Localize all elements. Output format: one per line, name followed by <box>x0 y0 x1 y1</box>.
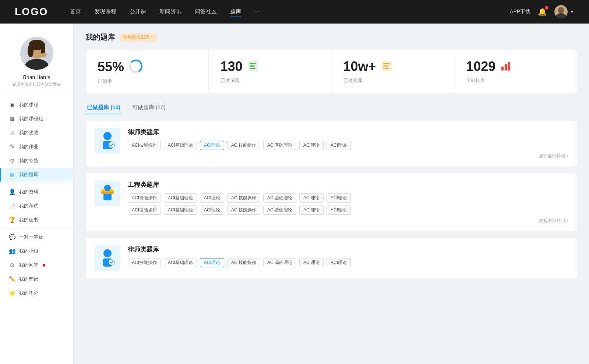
stat-ranking: 1029 全站排名 <box>454 50 577 93</box>
stat-done-questions-value: 130 <box>221 59 243 74</box>
notification-bell[interactable]: 🔔 <box>538 7 547 16</box>
qbank-lawyer-2-tags: ACI技能操作 ACI基础理论 ACI理论 ACI技能操作 ACI基础理论 AC… <box>128 258 568 267</box>
tag-item[interactable]: ACI理论 <box>200 206 224 215</box>
tag-item[interactable]: ACI技能操作 <box>227 206 260 215</box>
tag-item[interactable]: ACI基础理论 <box>164 258 197 267</box>
sidebar-item-certificate[interactable]: 🏆 我的证书 <box>0 213 73 227</box>
nav-home[interactable]: 首页 <box>70 7 81 17</box>
divider-1 <box>0 183 73 183</box>
nav-discover[interactable]: 发现课程 <box>94 7 116 17</box>
svg-point-24 <box>103 132 112 140</box>
profile-name: Brian Harris <box>23 74 50 80</box>
nav-more[interactable]: ··· <box>254 7 259 17</box>
sidebar-item-course[interactable]: ▣ 我的课程 <box>0 98 73 112</box>
sidebar-item-profile[interactable]: 👤 我的资料 <box>0 185 73 199</box>
pie-chart-icon <box>128 59 143 75</box>
tag-item[interactable]: ACI基础理论 <box>263 141 296 150</box>
user-avatar-wrap[interactable]: ▼ <box>554 5 574 18</box>
tag-item[interactable]: ACI技能操作 <box>227 141 260 150</box>
tab-available-banks[interactable]: 可做题库 (10) <box>131 101 167 114</box>
svg-point-26 <box>109 142 114 148</box>
sidebar-item-exam[interactable]: 📄 我的考试 <box>0 199 73 213</box>
tag-item[interactable]: ACI基础理论 <box>263 258 296 267</box>
sidebar-item-myqa[interactable]: ⊙ 我的问答 <box>0 258 73 272</box>
tag-item[interactable]: ACI技能操作 <box>227 193 260 203</box>
tag-item[interactable]: ACI理论 <box>327 193 351 203</box>
sidebar-item-group[interactable]: 👥 我的小组 <box>0 244 73 258</box>
tag-item[interactable]: ACI理论 <box>299 141 324 150</box>
nav-menu: 首页 发现课程 公开课 新闻资讯 问答社区 题库 ··· <box>70 7 510 17</box>
svg-rect-23 <box>501 70 511 71</box>
qbank-card-engineer-header: 工程类题库 ACI技能操作 ACI基础理论 ACI理论 ACI技能操作 ACI基… <box>95 181 568 224</box>
profile-section: Brian Harris 错误的决定比没有决定要好 <box>0 31 73 95</box>
sidebar-menu: ▣ 我的课程 ▦ 我的课程包... ☆ 我的收藏 ✎ 我的作业 ⊙ 我的答疑 ▤… <box>0 95 73 303</box>
page-header: 我的题库 体验剩余23天！ <box>85 32 577 42</box>
tag-item[interactable]: ACI基础理论 <box>263 206 296 215</box>
tag-item[interactable]: ACI理论 <box>200 193 224 203</box>
tag-item[interactable]: ACI技能操作 <box>128 258 161 267</box>
stats-row: 55% 正确率 130 <box>85 50 577 94</box>
tag-item[interactable]: ACI理论 <box>299 206 324 215</box>
sidebar-item-qa[interactable]: ⊙ 我的答疑 <box>0 154 73 168</box>
tag-item-active[interactable]: ACI理论 <box>200 258 224 267</box>
sidebar-item-1on1[interactable]: 💬 一对一答疑 <box>0 230 73 244</box>
stat-done-banks: 10w+ 已做题库 <box>332 50 455 93</box>
svg-point-7 <box>28 44 33 57</box>
nav-qa[interactable]: 问答社区 <box>195 7 217 17</box>
points-icon: ⭐ <box>9 290 15 296</box>
profile-avatar <box>20 37 53 70</box>
sidebar-item-points[interactable]: ⭐ 我的积分 <box>0 286 73 300</box>
tag-item[interactable]: ACI理论 <box>327 258 351 267</box>
svg-point-31 <box>103 249 112 257</box>
expand-link-1[interactable]: 展开全部科目 › <box>128 153 568 159</box>
list-yellow-icon <box>381 60 392 73</box>
certificate-icon: 🏆 <box>9 217 15 223</box>
exam-icon: 📄 <box>9 203 15 209</box>
tag-item[interactable]: ACI理论 <box>327 141 351 150</box>
stat-done-banks-label: 已做题库 <box>343 77 442 84</box>
svg-point-1 <box>558 7 564 14</box>
list-green-icon <box>247 60 259 73</box>
tab-done-banks[interactable]: 已做题库 (10) <box>85 101 122 114</box>
tag-item[interactable]: ACI技能操作 <box>227 258 260 267</box>
coursepack-icon: ▦ <box>9 115 15 122</box>
stat-done-banks-value: 10w+ <box>343 59 376 74</box>
collapse-link-engineer[interactable]: 收起全部科目 › <box>128 218 568 224</box>
tag-item[interactable]: ACI技能操作 <box>128 141 161 150</box>
svg-rect-19 <box>383 68 389 69</box>
svg-rect-13 <box>250 63 256 64</box>
tag-item[interactable]: ACI基础理论 <box>164 193 197 203</box>
tag-item-active[interactable]: ACI理论 <box>200 141 224 150</box>
sidebar-item-notes[interactable]: ✏️ 我的笔记 <box>0 272 73 286</box>
sidebar-item-favorites[interactable]: ☆ 我的收藏 <box>0 126 73 140</box>
lawyer-icon-wrap-2 <box>95 245 120 271</box>
tag-item[interactable]: ACI基础理论 <box>164 206 197 215</box>
svg-rect-14 <box>250 65 255 67</box>
tag-item[interactable]: ACI技能操作 <box>128 193 161 203</box>
tag-item[interactable]: ACI基础理论 <box>263 193 296 203</box>
tabs-row: 已做题库 (10) 可做题库 (10) <box>85 101 577 114</box>
profile-motto: 错误的决定比没有决定要好 <box>8 82 66 87</box>
svg-rect-28 <box>101 192 114 194</box>
sidebar-item-homework[interactable]: ✎ 我的作业 <box>0 140 73 154</box>
svg-rect-21 <box>505 64 507 70</box>
stat-done-questions-label: 已做试题 <box>221 77 320 84</box>
qbank-card-lawyer-1-header: 律师类题库 ACI技能操作 ACI基础理论 ACI理论 ACI技能操作 ACI基… <box>95 128 568 159</box>
notification-badge <box>545 6 549 10</box>
tag-item[interactable]: ACI理论 <box>327 206 351 215</box>
qa-notification-dot <box>43 264 45 267</box>
profile-icon: 👤 <box>9 189 15 195</box>
tag-item[interactable]: ACI基础理论 <box>164 141 197 150</box>
tag-item[interactable]: ACI理论 <box>299 193 324 203</box>
nav-opencourse[interactable]: 公开课 <box>130 7 146 17</box>
nav-qbank[interactable]: 题库 <box>230 7 241 17</box>
qbank-lawyer-1-title: 律师类题库 <box>128 128 568 136</box>
tag-item[interactable]: ACI理论 <box>299 258 324 267</box>
app-download-button[interactable]: APP下载 <box>510 8 530 15</box>
tag-item[interactable]: ACI技能操作 <box>128 206 161 215</box>
stat-accuracy-row: 55% <box>98 59 197 75</box>
sidebar-item-qbank[interactable]: ▤ 我的题库 <box>0 168 73 182</box>
sidebar-item-coursepack[interactable]: ▦ 我的课程包... <box>0 112 73 126</box>
course-icon: ▣ <box>9 101 15 108</box>
nav-news[interactable]: 新闻资讯 <box>159 7 181 17</box>
